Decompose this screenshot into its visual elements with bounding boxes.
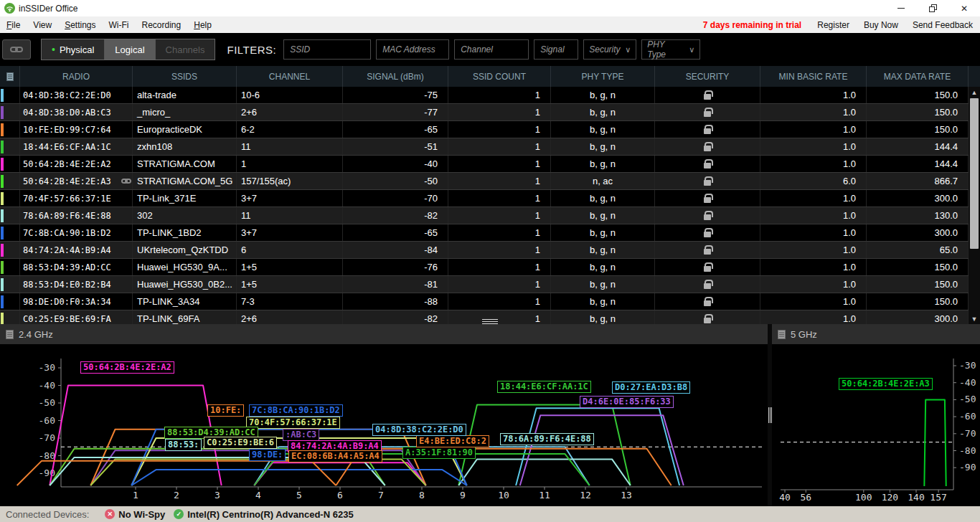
filter-security-dropdown[interactable]: Security∨ (583, 39, 636, 60)
signal-cell: -75 (343, 87, 448, 103)
table-row[interactable]: 88:53:D4:E0:B2:B4Huawei_HG530_0B2...1+5-… (0, 276, 980, 293)
table-row[interactable]: 88:53:D4:39:AD:CCHuawei_HG530_9A...1+5-7… (0, 259, 980, 276)
network-color-swatch (1, 123, 4, 136)
table-row[interactable]: 50:64:2B:4E:2E:A2STRATIGMA.COM1-401b, g,… (0, 156, 980, 173)
signal-cell: -81 (343, 276, 448, 293)
radio-cell: 04:8D:38:C2:2E:D0 (20, 87, 133, 103)
menu-item-file[interactable]: File (0, 16, 27, 33)
signal-cell: -70 (343, 190, 448, 207)
scroll-down-button[interactable]: ▼ (969, 313, 980, 324)
filter-mac-address-input[interactable] (376, 39, 449, 60)
min-basic-rate-cell: 1.0 (760, 259, 867, 275)
network-color-swatch (1, 261, 4, 274)
min-basic-rate-cell: 1.0 (760, 138, 867, 155)
no-wispy-error-icon: ✕ (105, 509, 115, 519)
maximize-button[interactable] (917, 0, 948, 16)
x-tick-label: 13 (621, 490, 632, 500)
table-row[interactable]: 70:4F:57:66:37:1ETP-Link_371E3+7-701b, g… (0, 190, 980, 207)
column-header-phy-type[interactable]: PHY TYPE (551, 66, 655, 87)
table-scrollbar[interactable]: ▲ ▼ (969, 87, 980, 324)
menu-item-view[interactable]: View (27, 16, 58, 33)
table-row[interactable]: 04:8D:38:C2:2E:D0alta-trade10-6-751b, g,… (0, 87, 980, 104)
min-basic-rate-cell: 1.0 (760, 242, 867, 258)
minimize-button[interactable] (885, 0, 917, 16)
ssid-cell: TP-LINK_1BD2 (133, 224, 237, 241)
table-row[interactable]: 7C:8B:CA:90:1B:D2TP-LINK_1BD23+7-651b, g… (0, 224, 980, 242)
row-color-marker (0, 87, 20, 103)
chart-5ghz-header: 5 GHz (772, 324, 980, 344)
row-color-marker (0, 259, 20, 275)
row-color-marker (0, 190, 20, 207)
filter-channel-input[interactable] (454, 39, 529, 60)
view-channels-button: Channels (155, 39, 215, 60)
status-bar: Connected Devices: ✕ No Wi-Spy ✓ Intel(R… (0, 506, 980, 522)
column-header-radio[interactable]: RADIO (20, 66, 133, 87)
min-basic-rate-cell: 1.0 (760, 224, 867, 241)
scroll-up-button[interactable]: ▲ (969, 87, 980, 98)
close-button[interactable]: ✕ (948, 0, 980, 16)
row-color-marker (0, 121, 20, 138)
table-row[interactable]: 98:DE:D0:F0:3A:34TP-LINK_3A347-3-881b, g… (0, 293, 980, 310)
min-basic-rate-cell: 1.0 (760, 276, 867, 293)
active-dot-icon: • (52, 44, 55, 55)
signal-cell: -84 (343, 242, 448, 258)
ssid-cell: Huawei_HG530_9A... (133, 259, 237, 275)
security-cell (655, 276, 760, 293)
ssid-count-cell: 1 (448, 173, 551, 189)
column-header-signal-dbm-[interactable]: SIGNAL (dBm) (343, 66, 448, 87)
max-data-rate-cell: 144.4 (867, 156, 969, 172)
radio-cell: C0:25:E9:BE:69:FA (20, 310, 133, 324)
filter-phy-type-dropdown[interactable]: PHY Type∨ (641, 39, 700, 60)
view-logical-button[interactable]: Logical (104, 39, 154, 60)
scroll-thumb[interactable] (970, 98, 979, 249)
filter-signal-input[interactable] (534, 39, 578, 60)
lock-icon (704, 163, 711, 169)
x-tick-label: 2 (174, 490, 179, 500)
channel-cell: 10-6 (237, 87, 343, 103)
menu-item-settings[interactable]: Settings (58, 16, 102, 33)
radio-cell: 70:4F:57:66:37:1E (20, 190, 133, 207)
lock-icon (704, 94, 711, 100)
column-header-ssid-count[interactable]: SSID COUNT (448, 66, 551, 87)
document-icon (778, 330, 786, 339)
column-header-min-basic-rate[interactable]: MIN BASIC RATE (760, 66, 867, 87)
buy-now-link[interactable]: Buy Now (857, 20, 905, 30)
column-header-max-data-rate[interactable]: MAX DATA RATE (867, 66, 969, 87)
row-color-marker (0, 156, 20, 172)
security-cell (655, 190, 760, 207)
menu-item-recording[interactable]: Recording (136, 16, 188, 33)
table-row[interactable]: 18:44:E6:CF:AA:1Czxhn10811-511b, g, n1.0… (0, 138, 980, 156)
table-splitter-handle[interactable] (482, 319, 498, 324)
radio-cell: 88:53:D4:39:AD:CC (20, 259, 133, 275)
menu-item-help[interactable]: Help (187, 16, 218, 33)
column-header-ssids[interactable]: SSIDS (133, 66, 237, 87)
table-row[interactable]: 78:6A:89:F6:4E:8830211-821b, g, n1.0130.… (0, 207, 980, 224)
network-curve (17, 461, 336, 485)
link-toggle-button[interactable] (2, 39, 31, 60)
filter-ssid-input[interactable] (283, 39, 371, 60)
connected-devices-label: Connected Devices: (6, 509, 89, 520)
lock-icon (704, 214, 711, 220)
channel-cell: 1+5 (237, 259, 343, 275)
table-row[interactable]: 10:FE:ED:99:C7:64EuropracticeDK6-2-651b,… (0, 121, 980, 138)
y-tick-label: -80 (39, 450, 55, 461)
security-cell (655, 138, 760, 155)
row-color-marker (0, 276, 20, 293)
column-header-security[interactable]: SECURITY (655, 66, 760, 87)
radio-cell: 04:8D:38:D0:AB:C3 (20, 104, 133, 120)
close-icon: ✕ (961, 4, 968, 14)
table-row[interactable]: 84:74:2A:4A:B9:A4UKrtelecom_QzKTDD6-841b… (0, 242, 980, 259)
chart-panel-5ghz: 5 GHz -30-40-50-60-70-80-904056100120140… (772, 324, 980, 506)
table-row[interactable]: 04:8D:38:D0:AB:C3_micro_2+6-771b, g, n1.… (0, 104, 980, 121)
column-header-channel[interactable]: CHANNEL (237, 66, 343, 87)
phy-type-cell: n, ac (551, 173, 655, 189)
network-color-swatch (1, 89, 4, 102)
table-row[interactable]: 50:64:2B:4E:2E:A3STRATIGMA.COM_5G157/155… (0, 173, 980, 190)
register-link[interactable]: Register (810, 20, 857, 30)
radio-cell: 7C:8B:CA:90:1B:D2 (20, 224, 133, 241)
lock-icon (704, 111, 711, 117)
send-feedback-link[interactable]: Send Feedback (905, 20, 980, 30)
menu-item-wifi[interactable]: Wi-Fi (103, 16, 136, 33)
view-physical-button[interactable]: •Physical (42, 39, 104, 60)
y-tick-label: -40 (959, 377, 976, 388)
